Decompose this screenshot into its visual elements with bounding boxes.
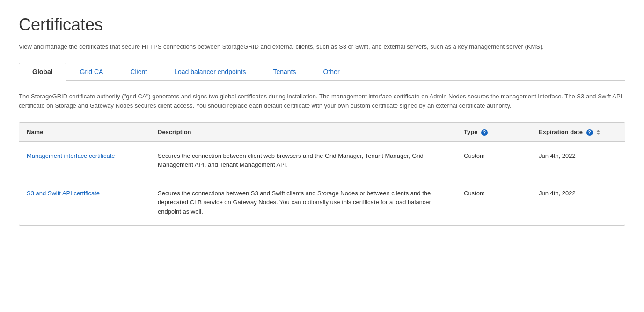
tab-global[interactable]: Global xyxy=(19,63,66,81)
tabs-container: Global Grid CA Client Load balancer endp… xyxy=(19,63,625,81)
management-cert-link[interactable]: Management interface certificate xyxy=(27,152,115,159)
table-header-row: Name Description Type ? Expiration date … xyxy=(19,123,625,141)
page-description: View and manage the certificates that se… xyxy=(19,42,625,52)
certificates-table: Name Description Type ? Expiration date … xyxy=(19,123,625,225)
expiration-help-icon[interactable]: ? xyxy=(586,129,593,136)
tab-grid-ca[interactable]: Grid CA xyxy=(66,63,117,80)
tab-tenants[interactable]: Tenants xyxy=(260,63,310,80)
tab-client[interactable]: Client xyxy=(117,63,161,80)
page-title: Certificates xyxy=(19,15,625,35)
cert-expiration-s3: Jun 4th, 2022 xyxy=(531,179,625,225)
s3-cert-link[interactable]: S3 and Swift API certificate xyxy=(27,190,100,197)
cert-description-management: Secures the connection between client we… xyxy=(150,141,456,179)
column-header-name: Name xyxy=(19,123,150,141)
certificates-table-container: Name Description Type ? Expiration date … xyxy=(19,122,625,226)
tab-load-balancer[interactable]: Load balancer endpoints xyxy=(161,63,259,80)
cert-expiration-management: Jun 4th, 2022 xyxy=(531,141,625,179)
tab-other[interactable]: Other xyxy=(310,63,353,80)
section-description: The StorageGRID certificate authority ("… xyxy=(19,92,625,111)
cert-name-management: Management interface certificate xyxy=(19,141,150,179)
table-row: S3 and Swift API certificate Secures the… xyxy=(19,179,625,225)
column-header-expiration[interactable]: Expiration date ? xyxy=(531,123,625,141)
column-header-description: Description xyxy=(150,123,456,141)
type-help-icon[interactable]: ? xyxy=(481,129,488,136)
expiration-sort-icon[interactable] xyxy=(596,130,600,135)
cert-type-s3: Custom xyxy=(456,179,531,225)
column-header-type: Type ? xyxy=(456,123,531,141)
cert-name-s3: S3 and Swift API certificate xyxy=(19,179,150,225)
cert-type-management: Custom xyxy=(456,141,531,179)
table-row: Management interface certificate Secures… xyxy=(19,141,625,179)
cert-description-s3: Secures the connections between S3 and S… xyxy=(150,179,456,225)
